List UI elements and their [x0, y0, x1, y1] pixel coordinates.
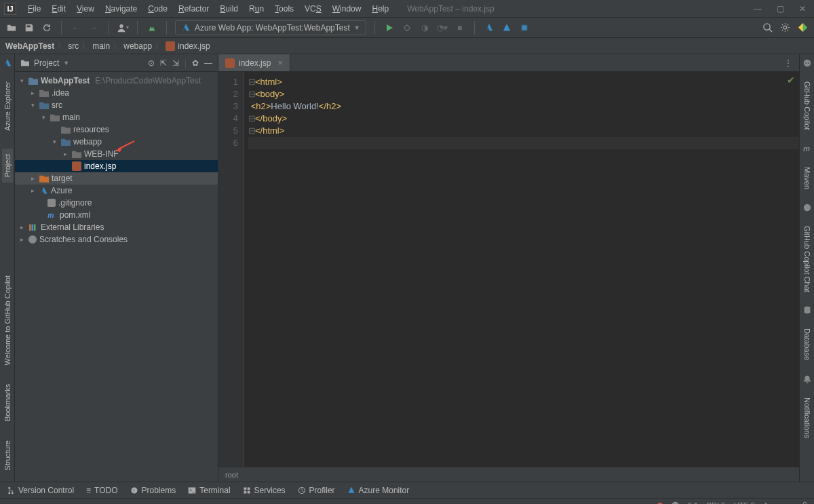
maven-strip-icon[interactable]: m [802, 144, 812, 153]
editor-breadcrumb[interactable]: root [218, 467, 799, 482]
debug-icon[interactable] [401, 22, 413, 34]
left-tab-structure[interactable]: Structure [2, 435, 13, 476]
sync-icon[interactable] [41, 22, 53, 34]
tree-webapp[interactable]: ▾webapp [15, 136, 218, 148]
tool-version-control[interactable]: Version Control [7, 486, 74, 495]
status-left-icon[interactable]: ▭ [5, 501, 12, 504]
tool-terminal[interactable]: >_Terminal [188, 486, 230, 495]
azure-tool-3-icon[interactable] [518, 22, 530, 34]
menu-navigate[interactable]: Navigate [100, 2, 142, 16]
status-position[interactable]: 6:1 [688, 501, 698, 505]
minimize-button[interactable]: — [754, 4, 762, 14]
pane-settings-icon[interactable]: ✿ [192, 58, 199, 68]
azure-tool-1-icon[interactable] [483, 22, 495, 34]
tree-idea[interactable]: ▸.idea [15, 87, 218, 99]
collapse-all-icon[interactable]: ⇲ [172, 58, 179, 68]
menu-run[interactable]: Run [244, 2, 269, 16]
status-indent[interactable]: 4 spaces [763, 501, 793, 505]
maximize-button[interactable]: ▢ [777, 4, 784, 14]
tool-azure-monitor[interactable]: Azure Monitor [347, 486, 410, 495]
run-config-selector[interactable]: Azure Web App: WebAppTest:WebAppTest ▼ [175, 20, 366, 35]
build-icon[interactable] [146, 22, 158, 34]
crumb-file[interactable]: index.jsp [166, 41, 210, 51]
run-icon[interactable] [383, 22, 395, 34]
database-icon[interactable] [802, 305, 812, 315]
status-line-ending[interactable]: CRLF [706, 501, 726, 505]
save-icon[interactable] [23, 22, 35, 34]
crumb-main[interactable]: main [92, 41, 110, 51]
stop-icon[interactable]: ■ [454, 22, 466, 34]
tree-resources[interactable]: resources [15, 123, 218, 136]
right-tab-database[interactable]: Database [802, 323, 813, 366]
menu-code[interactable]: Code [143, 2, 172, 16]
tree-pom[interactable]: mpom.xml [15, 209, 218, 221]
editor-more-icon[interactable]: ⋮ [784, 58, 792, 68]
project-view-dropdown[interactable]: ▼ [63, 60, 69, 66]
left-tab-azure-explorer[interactable]: Azure Explorer [2, 76, 13, 136]
menu-window[interactable]: Window [328, 2, 366, 16]
select-opened-icon[interactable]: ⊙ [148, 58, 155, 68]
copilot-chat-icon[interactable] [802, 203, 812, 212]
folder-icon [39, 101, 49, 109]
menu-help[interactable]: Help [367, 2, 393, 16]
left-tab-copilot[interactable]: Welcome to GitHub Copilot [2, 270, 13, 370]
left-tab-project[interactable]: Project [2, 149, 13, 182]
crumb-project[interactable]: WebAppTest [5, 41, 54, 51]
status-encoding[interactable]: UTF-8 [734, 501, 755, 505]
menu-edit[interactable]: Edit [47, 2, 71, 16]
app-logo-icon[interactable]: IJ [4, 3, 16, 15]
code-area[interactable]: ⊟<html> ⊟<body> <h2>Hello World!</h2> ⊟<… [244, 72, 799, 467]
expand-all-icon[interactable]: ⇱ [160, 58, 167, 68]
tool-profiler[interactable]: Profiler [298, 486, 335, 495]
separator [137, 21, 138, 35]
editor-body[interactable]: 123456 ⊟<html> ⊟<body> <h2>Hello World!<… [218, 72, 799, 467]
tool-problems[interactable]: !Problems [130, 486, 176, 495]
menu-tools[interactable]: Tools [270, 2, 298, 16]
azure-tool-2-icon[interactable] [501, 22, 513, 34]
tool-todo[interactable]: ≡TODO [86, 486, 117, 495]
jsp-icon [72, 161, 81, 171]
coverage-icon[interactable]: ◑ [419, 22, 431, 34]
notifications-icon[interactable] [802, 374, 812, 384]
user-icon[interactable]: ▾ [117, 22, 129, 34]
back-icon[interactable]: ← [70, 22, 82, 34]
inspection-ok-icon[interactable]: ✔ [787, 75, 795, 85]
left-tab-bookmarks[interactable]: Bookmarks [2, 379, 13, 427]
right-tab-maven[interactable]: Maven [802, 161, 813, 195]
hide-pane-icon[interactable]: — [204, 58, 212, 68]
tree-webinf[interactable]: ▸WEB-INF [15, 148, 218, 160]
search-icon[interactable] [761, 22, 773, 34]
tree-gitignore[interactable]: .gitignore [15, 197, 218, 209]
tree-index-jsp[interactable]: index.jsp [15, 160, 218, 172]
menu-view[interactable]: View [72, 2, 99, 16]
menu-refactor[interactable]: Refactor [174, 2, 214, 16]
ide-logo-icon[interactable] [796, 22, 809, 34]
tree-src[interactable]: ▾src [15, 99, 218, 111]
forward-icon[interactable]: → [88, 22, 100, 34]
tree-azure[interactable]: ▸Azure [15, 185, 218, 197]
tree-target[interactable]: ▸target [15, 172, 218, 185]
editor-tab-index[interactable]: index.jsp × [218, 54, 290, 71]
close-button[interactable]: ✕ [799, 4, 806, 14]
tree-root[interactable]: ▾WebAppTestE:\ProductCode\WebAppTest [15, 75, 218, 87]
profile-icon[interactable]: ◔▾ [436, 22, 448, 34]
crumb-src[interactable]: src [68, 41, 79, 51]
crumb-webapp[interactable]: webapp [123, 41, 152, 51]
menu-build[interactable]: Build [215, 2, 243, 16]
settings-icon[interactable] [779, 22, 791, 34]
menu-vcs[interactable]: VCS [300, 2, 326, 16]
tool-services[interactable]: Services [243, 486, 286, 495]
right-tab-notifications[interactable]: Notifications [802, 392, 813, 444]
menu-file[interactable]: File [23, 2, 45, 16]
tree-ext-lib[interactable]: ▸External Libraries [15, 221, 218, 233]
status-lock-icon[interactable] [801, 501, 809, 504]
tree-scratches[interactable]: ▸Scratches and Consoles [15, 233, 218, 246]
azure-explorer-icon[interactable] [3, 58, 12, 68]
right-tab-copilot[interactable]: GitHub Copilot [802, 76, 813, 136]
close-tab-icon[interactable]: × [277, 58, 283, 68]
tree-main[interactable]: ▾main [15, 111, 218, 123]
open-icon[interactable] [5, 22, 18, 34]
copilot-status-icon[interactable] [671, 501, 680, 504]
copilot-icon[interactable] [802, 58, 812, 68]
right-tab-copilot-chat[interactable]: GitHub Copilot Chat [802, 220, 813, 298]
